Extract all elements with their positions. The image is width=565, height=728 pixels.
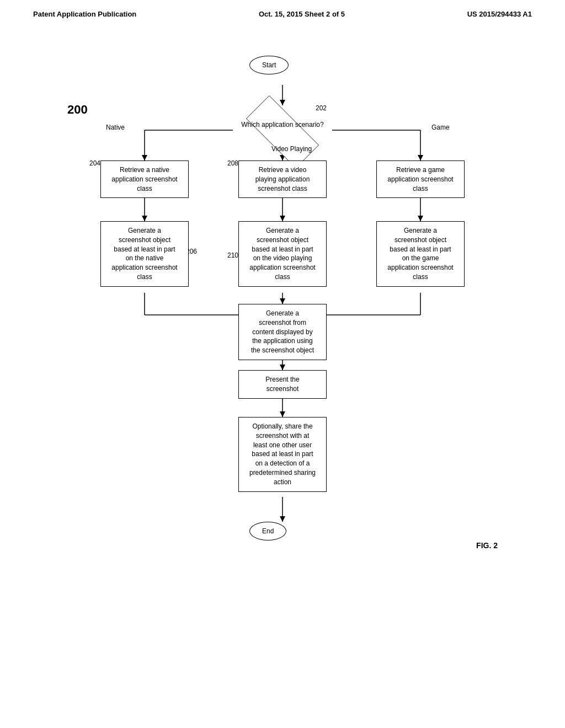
node-generate-game: Generate a screenshot object based at le…	[376, 221, 465, 287]
node-generate-content: Generate a screenshot from content displ…	[238, 304, 327, 360]
node-retrieve-video: Retrieve a video playing application scr…	[238, 160, 327, 198]
svg-marker-13	[280, 216, 285, 221]
header-right: US 2015/294433 A1	[467, 10, 532, 18]
svg-marker-7	[418, 155, 423, 160]
ref-210: 210	[227, 251, 238, 259]
header-center: Oct. 15, 2015 Sheet 2 of 5	[259, 10, 345, 18]
header-left: Patent Application Publication	[33, 10, 136, 18]
ref-204: 204	[89, 159, 100, 167]
node-present: Present the screenshot	[238, 370, 327, 399]
branch-game-label: Game	[431, 124, 450, 131]
node-generate-video: Generate a screenshot object based at le…	[238, 221, 327, 287]
svg-marker-25	[280, 365, 285, 370]
node-retrieve-game: Retrieve a game application screenshot c…	[376, 160, 465, 198]
branch-video-label: Video Playing	[271, 145, 312, 153]
node-optionally-share: Optionally, share the screenshot with at…	[238, 417, 327, 492]
svg-marker-20	[280, 298, 285, 304]
branch-native-label: Native	[106, 124, 125, 131]
diagram-label-200: 200	[67, 103, 88, 117]
fig-label: FIG. 2	[476, 541, 498, 550]
ref-208: 208	[227, 159, 238, 167]
node-retrieve-native: Retrieve a native application screenshot…	[100, 160, 189, 198]
svg-marker-15	[418, 216, 423, 221]
decision-text: Which application scenario?	[227, 121, 338, 130]
flowchart-diagram: 200 Start 202 Which application scenario…	[34, 23, 531, 657]
node-end: End	[249, 522, 286, 540]
node-start: Start	[249, 56, 289, 74]
svg-marker-29	[280, 516, 285, 522]
node-generate-native: Generate a screenshot object based at le…	[100, 221, 189, 287]
svg-marker-27	[280, 411, 285, 417]
page-header: Patent Application Publication Oct. 15, …	[0, 0, 565, 23]
svg-marker-11	[142, 216, 147, 221]
start-oval: Start	[249, 56, 289, 74]
end-oval: End	[249, 522, 286, 540]
svg-marker-4	[142, 155, 147, 160]
